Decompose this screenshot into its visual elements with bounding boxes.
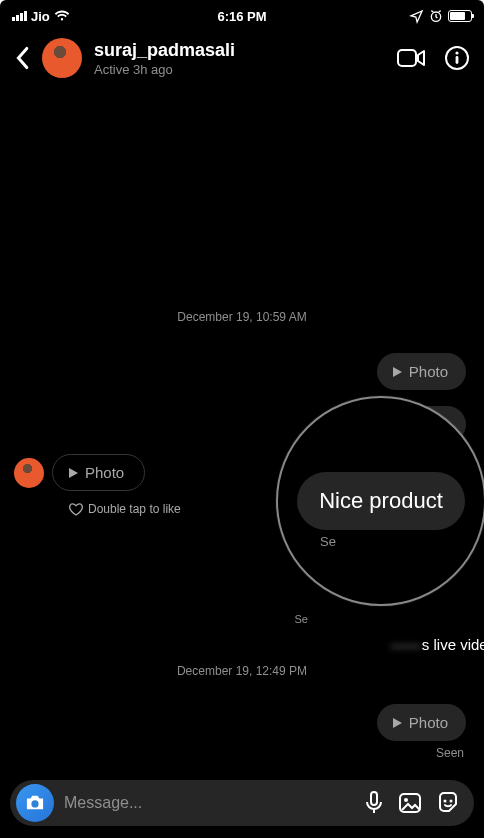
incoming-row: Photo <box>14 454 145 491</box>
timestamp: December 19, 10:59 AM <box>0 310 484 324</box>
svg-rect-4 <box>456 56 459 64</box>
alarm-icon <box>428 8 444 24</box>
seen-partial: Se <box>295 613 308 625</box>
gallery-button[interactable] <box>398 792 422 814</box>
sticker-icon <box>436 791 460 815</box>
info-button[interactable] <box>444 45 470 71</box>
like-hint[interactable]: Double tap to like <box>68 502 181 516</box>
svg-point-3 <box>455 51 458 54</box>
svg-point-9 <box>444 800 447 803</box>
video-call-button[interactable] <box>396 47 426 69</box>
svg-point-8 <box>404 798 408 802</box>
clock: 6:16 PM <box>217 9 266 24</box>
location-icon <box>409 9 424 24</box>
activity-status: Active 3h ago <box>94 62 384 77</box>
magnifier-overlay: Nice product Se <box>276 396 484 606</box>
voice-button[interactable] <box>364 791 384 815</box>
timestamp: December 19, 12:49 PM <box>0 664 484 678</box>
seen-label: Seen <box>436 746 464 760</box>
magnified-message-bubble: Nice product <box>297 472 465 530</box>
svg-rect-1 <box>398 50 416 66</box>
message-composer <box>10 780 474 826</box>
sender-avatar[interactable] <box>14 458 44 488</box>
outgoing-photo-bubble[interactable]: Photo <box>377 704 466 741</box>
play-icon <box>391 717 403 729</box>
carrier-label: Jio <box>31 9 50 24</box>
camera-button[interactable] <box>16 784 54 822</box>
live-video-text: —— s live video <box>391 636 484 653</box>
svg-rect-6 <box>371 792 377 805</box>
bubble-label: Photo <box>409 363 448 380</box>
image-icon <box>398 792 422 814</box>
mic-icon <box>364 791 384 815</box>
bubble-label: Photo <box>409 714 448 731</box>
camera-icon <box>24 794 46 812</box>
battery-icon <box>448 10 472 22</box>
status-left: Jio <box>12 9 70 24</box>
wifi-icon <box>54 10 70 22</box>
avatar[interactable] <box>42 38 82 78</box>
play-icon <box>67 467 79 479</box>
status-right <box>409 8 472 24</box>
svg-point-10 <box>450 800 453 803</box>
bubble-label: Photo <box>85 464 124 481</box>
play-icon <box>391 366 403 378</box>
message-input[interactable] <box>64 794 354 812</box>
back-button[interactable] <box>14 46 30 70</box>
heart-icon <box>68 502 84 516</box>
like-hint-text: Double tap to like <box>88 502 181 516</box>
magnified-seen: Se <box>320 534 336 549</box>
svg-point-5 <box>31 800 38 807</box>
user-info[interactable]: suraj_padmasali Active 3h ago <box>94 40 384 77</box>
incoming-photo-bubble[interactable]: Photo <box>52 454 145 491</box>
dm-screen: Jio 6:16 PM suraj_padmasali Active 3h ag… <box>0 0 484 838</box>
outgoing-photo-bubble[interactable]: Photo <box>377 353 466 390</box>
chat-header: suraj_padmasali Active 3h ago <box>0 28 484 92</box>
signal-icon <box>12 11 27 21</box>
sticker-button[interactable] <box>436 791 460 815</box>
username: suraj_padmasali <box>94 40 384 61</box>
status-bar: Jio 6:16 PM <box>0 0 484 28</box>
